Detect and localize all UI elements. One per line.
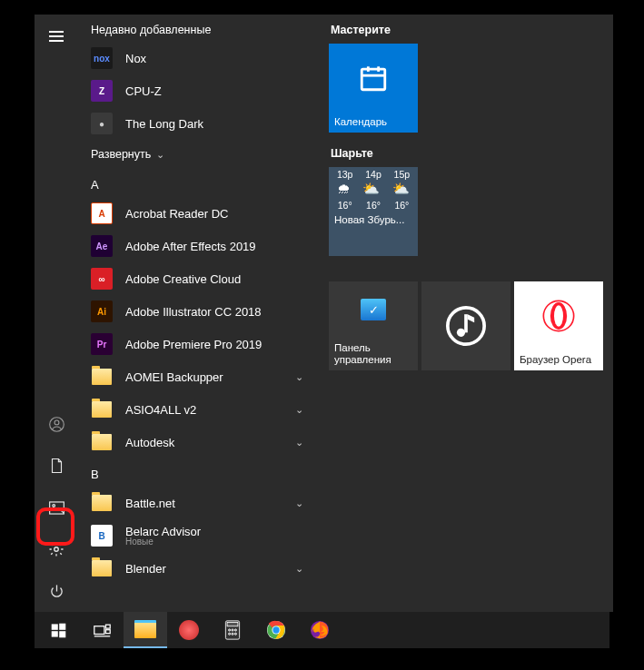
document-icon xyxy=(50,458,64,474)
app-icon: Pr xyxy=(91,333,113,355)
folder-icon xyxy=(91,492,113,514)
settings-button[interactable] xyxy=(35,528,78,570)
chevron-down-icon: ⌄ xyxy=(295,563,307,575)
calculator-taskbar[interactable] xyxy=(211,612,254,648)
folder-icon xyxy=(91,557,113,579)
app-list[interactable]: Недавно добавленные noxNoxZCPU-Z●The Lon… xyxy=(78,15,320,612)
app-icon: A xyxy=(91,202,113,224)
start-menu: Недавно добавленные noxNoxZCPU-Z●The Lon… xyxy=(35,15,613,612)
svg-point-29 xyxy=(232,633,233,635)
app-icon: Z xyxy=(91,80,113,102)
file-explorer-taskbar[interactable] xyxy=(124,612,167,648)
svg-point-10 xyxy=(457,329,465,337)
music-tile[interactable] xyxy=(421,281,510,370)
hamburger-icon xyxy=(49,31,64,42)
app-item[interactable]: Blender⌄ xyxy=(78,552,320,585)
weather-tile[interactable]: 13p14p15p 🌧⛅⛅ 16°16°16° Новая Збурь... xyxy=(329,167,418,256)
svg-point-3 xyxy=(52,504,54,507)
power-button[interactable] xyxy=(35,570,78,612)
expand-rail-button[interactable] xyxy=(35,15,78,58)
svg-point-14 xyxy=(554,305,563,326)
chevron-down-icon: ⌄ xyxy=(295,498,307,509)
app-item[interactable]: BBelarc AdvisorНовые xyxy=(78,519,320,552)
file-explorer-icon xyxy=(134,620,156,638)
svg-rect-17 xyxy=(51,631,57,636)
picture-icon xyxy=(49,501,64,515)
gear-icon xyxy=(48,541,64,557)
app-label: Acrobat Reader DC xyxy=(125,207,307,221)
weather-icon: ⛅ xyxy=(362,181,380,197)
app-item[interactable]: ∞Adobe Creative Cloud xyxy=(78,262,320,295)
app-item[interactable]: Autodesk⌄ xyxy=(78,426,320,458)
app-icon: Ai xyxy=(91,301,113,322)
svg-rect-15 xyxy=(51,624,57,629)
chevron-down-icon: ⌄ xyxy=(295,371,307,383)
svg-point-27 xyxy=(234,629,236,631)
recent-header: Недавно добавленные xyxy=(78,18,320,42)
svg-rect-5 xyxy=(362,69,385,90)
app-icon: ∞ xyxy=(91,268,113,290)
user-button[interactable] xyxy=(35,403,78,445)
chevron-down-icon: ⌄ xyxy=(295,437,307,448)
start-button[interactable] xyxy=(36,612,80,648)
svg-point-28 xyxy=(229,633,231,635)
app-item[interactable]: AiAdobe Illustrator CC 2018 xyxy=(78,295,320,328)
letter-a-header[interactable]: A xyxy=(78,169,320,197)
tile-group-2-title[interactable]: Шарьте xyxy=(329,143,604,167)
svg-point-26 xyxy=(232,629,233,631)
folder-icon xyxy=(91,366,113,388)
svg-rect-21 xyxy=(105,629,110,633)
app-item[interactable]: ASIO4ALL v2⌄ xyxy=(78,393,320,426)
app-item[interactable]: ZCPU-Z xyxy=(78,74,320,107)
control-panel-tile[interactable]: ✓ Панель управления xyxy=(329,281,418,370)
chevron-down-icon: ⌄ xyxy=(156,149,168,161)
app-item[interactable]: ●The Long Dark xyxy=(78,107,320,140)
app-label: Autodesk xyxy=(125,436,282,449)
expand-recent[interactable]: Развернуть ⌄ xyxy=(78,140,320,169)
svg-point-1 xyxy=(54,419,59,424)
red-circle-icon xyxy=(179,620,199,640)
app-icon: nox xyxy=(91,47,113,69)
tiles-area[interactable]: Мастерите Календарь Шарьте 13p14p15p 🌧⛅⛅… xyxy=(320,15,613,612)
folder-icon xyxy=(91,431,113,453)
app-icon: Ae xyxy=(91,235,113,257)
app-item[interactable]: AOMEI Backupper⌄ xyxy=(78,360,320,393)
task-view-button[interactable] xyxy=(80,612,124,648)
control-panel-icon: ✓ xyxy=(361,299,386,320)
weather-icon: ⛅ xyxy=(392,181,410,197)
svg-rect-24 xyxy=(227,623,238,626)
svg-point-30 xyxy=(234,633,236,635)
calendar-icon xyxy=(358,63,389,94)
taskbar xyxy=(35,612,609,648)
tile-group-1-title[interactable]: Мастерите xyxy=(329,20,604,44)
firefox-taskbar[interactable] xyxy=(298,612,342,648)
svg-point-25 xyxy=(229,629,231,631)
pictures-button[interactable] xyxy=(35,487,78,528)
app-label: Adobe Creative Cloud xyxy=(125,272,307,286)
task-view-icon xyxy=(94,624,111,637)
svg-rect-2 xyxy=(49,501,64,513)
letter-b-header[interactable]: B xyxy=(78,458,320,487)
start-rail xyxy=(35,15,78,612)
app-taskbar-1[interactable] xyxy=(167,612,211,648)
app-item[interactable]: AAcrobat Reader DC xyxy=(78,197,320,230)
app-label: Blender xyxy=(125,562,282,576)
app-item[interactable]: noxNox xyxy=(78,42,320,74)
user-icon xyxy=(49,417,64,432)
app-item[interactable]: AeAdobe After Effects 2019 xyxy=(78,230,320,262)
app-icon: ● xyxy=(91,113,113,134)
calendar-tile[interactable]: Календарь xyxy=(329,44,418,133)
firefox-icon xyxy=(310,620,330,640)
app-label: Battle.net xyxy=(125,497,282,510)
power-icon xyxy=(49,584,64,599)
svg-rect-20 xyxy=(105,625,110,628)
opera-icon xyxy=(540,298,577,334)
documents-button[interactable] xyxy=(35,445,78,487)
opera-tile[interactable]: Браузер Opera xyxy=(514,281,603,370)
app-item[interactable]: Battle.net⌄ xyxy=(78,487,320,519)
calculator-icon xyxy=(224,620,241,640)
app-label: AOMEI Backupper xyxy=(125,370,282,384)
chrome-taskbar[interactable] xyxy=(254,612,298,648)
svg-rect-19 xyxy=(94,626,104,634)
app-item[interactable]: PrAdobe Premiere Pro 2019 xyxy=(78,328,320,360)
